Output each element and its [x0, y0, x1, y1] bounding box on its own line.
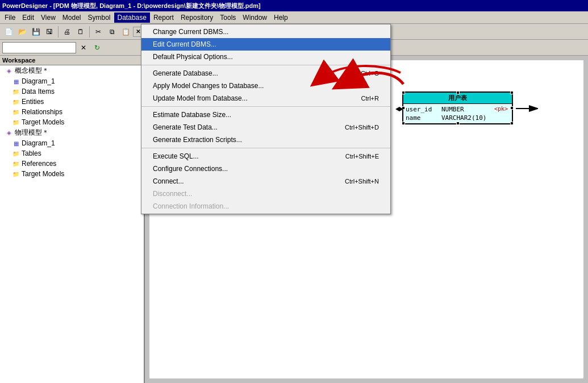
folder-icon-targetmodels1: 📁 [11, 118, 20, 127]
menu-database[interactable]: Database [114, 13, 150, 23]
dd-default-options[interactable]: Default Physical Options... [141, 51, 390, 63]
menu-symbol[interactable]: Symbol [85, 13, 114, 23]
database-dropdown-menu: Change Current DBMS... Edit Current DBMS… [141, 24, 391, 214]
resize-ml[interactable] [402, 106, 405, 110]
print-prev-btn[interactable]: 🗒 [74, 26, 87, 38]
dd-configure-conn[interactable]: Configure Connections... [141, 163, 390, 175]
sidebar: Workspace ◈ 概念模型＊ ▦ Diagram_1 📁 Data Ite… [0, 56, 145, 383]
menu-report[interactable]: Report [150, 13, 177, 23]
table-body: user_id NUMBER <pk> name VARCHAR2(10) [403, 104, 512, 123]
col2-row2: VARCHAR2(10) [441, 114, 490, 122]
menu-edit[interactable]: Edit [19, 13, 37, 23]
tree-item-target-models-1[interactable]: 📁 Target Models [0, 117, 144, 127]
dd-edit-dbms[interactable]: Edit Current DBMS... [141, 38, 390, 51]
dd-sep1 [141, 65, 390, 65]
tree-item-diag1[interactable]: ▦ Diagram_1 [0, 76, 144, 86]
workspace-header: Workspace [0, 56, 144, 65]
cut-btn[interactable]: ✂ [92, 26, 105, 38]
folder-icon-targetmodels2: 📁 [11, 169, 20, 178]
dd-conn-info: Connection Information... [141, 200, 390, 213]
menu-help[interactable]: Help [270, 13, 291, 23]
tree-label-target-models-1: Target Models [22, 118, 64, 126]
sep2 [89, 26, 90, 38]
table-row-1: user_id NUMBER <pk> [406, 105, 510, 114]
tree-container: ◈ 概念模型＊ ▦ Diagram_1 📁 Data Items 📁 Entit… [0, 65, 144, 383]
folder-icon-relationships: 📁 [11, 107, 20, 116]
dd-update-model[interactable]: Update Model from Database... Ctrl+R [141, 92, 390, 105]
tree-label-diag1: Diagram_1 [22, 77, 55, 85]
folder-icon-references: 📁 [11, 159, 20, 168]
tree-label-references: References [22, 160, 56, 168]
model-icon: ◈ [5, 66, 14, 76]
resize-tr[interactable] [510, 91, 514, 94]
tree-item-dataitems[interactable]: 📁 Data Items [0, 86, 144, 97]
folder-icon-entities: 📁 [11, 97, 20, 106]
dd-generate-db[interactable]: Generate Database... Ctrl+G [141, 67, 390, 80]
tree-label-entities: Entities [22, 98, 44, 106]
sep1 [58, 26, 59, 38]
search-go-btn[interactable]: ↻ [91, 41, 103, 54]
tree-item-diag2[interactable]: ▦ Diagram_1 [0, 138, 144, 148]
diagram-icon-2: ▦ [11, 139, 20, 148]
menu-window[interactable]: Window [239, 13, 270, 23]
menu-view[interactable]: View [37, 13, 59, 23]
tree-item-target-models-2[interactable]: 📁 Target Models [0, 169, 144, 179]
dd-sep2 [141, 106, 390, 107]
tree-label-tables: Tables [22, 149, 41, 157]
diagram-icon-1: ▦ [11, 77, 20, 86]
table-header: 用户表 [403, 93, 512, 104]
tree-label-diag2: Diagram_1 [22, 139, 55, 147]
col1-row2: name [406, 114, 437, 122]
resize-tc[interactable] [456, 91, 460, 94]
print-btn[interactable]: 🖨 [61, 26, 73, 38]
menu-model[interactable]: Model [59, 13, 85, 23]
tree-item-relationships[interactable]: 📁 Relationships [0, 107, 144, 117]
dd-change-dbms[interactable]: Change Current DBMS... [141, 26, 390, 38]
tree-label-physical: 物理模型＊ [15, 128, 49, 138]
resize-tl[interactable] [402, 91, 405, 94]
dd-disconnect: Disconnect... [141, 188, 390, 200]
dd-apply-changes[interactable]: Apply Model Changes to Database... [141, 80, 390, 92]
folder-icon-tables: 📁 [11, 149, 20, 158]
db-table-users[interactable]: 用户表 user_id NUMBER <pk> name VARCHAR2(10… [402, 91, 513, 124]
dd-sep3 [141, 148, 390, 148]
dd-estimate-size[interactable]: Estimate Database Size... [141, 109, 390, 121]
menu-file[interactable]: File [1, 13, 19, 23]
dd-execute-sql[interactable]: Execute SQL... Ctrl+Shift+E [141, 150, 390, 163]
menu-bar: File Edit View Model Symbol Database Rep… [0, 11, 588, 24]
save-all-btn[interactable]: 🖫 [43, 26, 56, 38]
col3-row1: <pk> [494, 106, 508, 113]
col1-row1: user_id [406, 106, 437, 113]
tree-label-relationships: Relationships [22, 108, 62, 116]
tree-item-entities[interactable]: 📁 Entities [0, 97, 144, 107]
tree-item-tables[interactable]: 📁 Tables [0, 148, 144, 159]
table-row-2: name VARCHAR2(10) [406, 114, 510, 122]
resize-bl[interactable] [402, 122, 405, 125]
dd-gen-extract[interactable]: Generate Extraction Scripts... [141, 134, 390, 146]
menu-repository[interactable]: Repository [177, 13, 216, 23]
tree-label-target-models-2: Target Models [22, 170, 64, 178]
search-clear-btn[interactable]: ✕ [77, 41, 90, 54]
dd-gen-test-data[interactable]: Generate Test Data... Ctrl+Shift+D [141, 121, 390, 134]
dd-connect[interactable]: Connect... Ctrl+Shift+N [141, 175, 390, 188]
save-btn[interactable]: 💾 [30, 26, 42, 38]
search-input[interactable] [2, 42, 76, 53]
resize-br[interactable] [510, 122, 514, 125]
resize-bc[interactable] [456, 122, 460, 125]
title-bar: PowerDesigner - [PDM 物理模型, Diagram_1 - D… [0, 0, 588, 11]
col2-row1: NUMBER [441, 106, 490, 113]
tree-item-physical[interactable]: ◈ 物理模型＊ [0, 127, 144, 138]
open-btn[interactable]: 📂 [16, 26, 28, 38]
paste-btn[interactable]: 📋 [119, 26, 132, 38]
tree-label-dataitems: Data Items [22, 88, 55, 95]
table-title: 用户表 [448, 94, 467, 101]
menu-tools[interactable]: Tools [216, 13, 239, 23]
resize-mr[interactable] [510, 106, 514, 110]
tree-item-conceptual[interactable]: ◈ 概念模型＊ [0, 65, 144, 76]
copy-btn[interactable]: ⧉ [106, 26, 118, 38]
tree-item-references[interactable]: 📁 References [0, 159, 144, 169]
model-icon-physical: ◈ [5, 128, 14, 138]
tree-label-conceptual: 概念模型＊ [15, 66, 49, 76]
new-btn[interactable]: 📄 [2, 26, 15, 38]
folder-icon-dataitems: 📁 [11, 87, 20, 96]
